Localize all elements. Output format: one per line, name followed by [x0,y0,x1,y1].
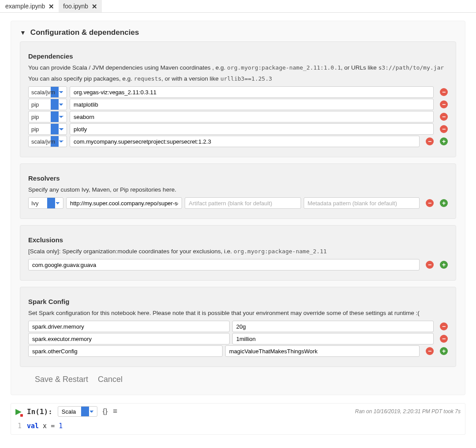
exclusion-row: − + [28,259,448,270]
spark-value-input[interactable] [225,345,420,357]
resolvers-title: Resolvers [28,174,448,182]
dependency-value-input[interactable] [70,111,434,122]
spark-config-title: Spark Config [28,298,448,305]
add-icon[interactable]: + [440,347,448,355]
tab-foo[interactable]: foo.ipynb ✕ [59,0,102,12]
remove-icon[interactable]: − [440,335,448,343]
dependencies-title: Dependencies [28,52,448,60]
spark-key-input[interactable] [28,333,230,344]
dependency-type-select[interactable]: scala/jvm [28,86,67,98]
triangle-down-icon: ▼ [20,29,26,36]
remove-icon[interactable]: − [426,199,434,207]
code-content: val x = 1 [27,422,63,430]
remove-icon[interactable]: − [426,347,434,355]
menu-icon[interactable]: ≡ [113,407,117,416]
code-editor[interactable]: 1 val x = 1 [11,419,465,434]
spark-row: − [28,333,448,344]
exclusions-desc: [Scala only]: Specify organization:modul… [28,248,448,255]
cell-toolbar: ▶ In(1): Scala {} ≡ Ran on 10/16/2019, 2… [11,404,465,419]
dependency-row: pip − [28,99,448,110]
cell-language-select[interactable]: Scala [58,406,97,417]
dependency-type-select[interactable]: pip [28,123,67,135]
dependency-row: scala/jvm − + [28,136,448,147]
dependencies-desc-1: You can provide Scala / JVM dependencies… [28,64,448,71]
dependency-value-input[interactable] [70,99,434,110]
remove-icon[interactable]: − [426,137,434,145]
config-action-row: Save & Restart Cancel [34,373,456,386]
spark-value-input[interactable] [232,333,434,344]
dependencies-panel: Dependencies You can provide Scala / JVM… [20,41,456,157]
resolvers-desc: Specify any custom Ivy, Maven, or Pip re… [28,186,448,193]
close-icon[interactable]: ✕ [92,3,97,10]
resolver-type-select[interactable]: Ivy [28,197,63,209]
remove-icon[interactable]: − [440,125,448,133]
dependencies-desc-2: You can also specify pip packages, e.g. … [28,75,448,82]
dependency-value-input[interactable] [70,86,434,98]
spark-value-input[interactable] [232,321,434,332]
save-restart-button[interactable]: Save & Restart [34,373,89,386]
resolvers-panel: Resolvers Specify any custom Ivy, Maven,… [20,163,456,219]
dependency-value-input[interactable] [70,136,420,147]
tab-bar: example.ipynb ✕ foo.ipynb ✕ [0,0,476,13]
config-header[interactable]: ▼ Configuration & dependencies [20,26,456,41]
close-icon[interactable]: ✕ [48,3,54,10]
tab-label: foo.ipynb [63,3,88,10]
tab-example[interactable]: example.ipynb ✕ [1,0,59,12]
line-number: 1 [15,422,22,430]
resolver-artifact-pattern-input[interactable] [185,197,301,209]
resolver-row: Ivy − + [28,197,448,209]
run-icon[interactable]: ▶ [15,407,22,416]
braces-icon[interactable]: {} [103,407,108,416]
dependency-row: scala/jvm − [28,86,448,98]
config-title: Configuration & dependencies [30,28,139,37]
remove-icon[interactable]: − [440,88,448,96]
remove-icon[interactable]: − [426,261,434,269]
add-icon[interactable]: + [440,261,448,269]
cancel-button[interactable]: Cancel [97,373,123,386]
remove-icon[interactable]: − [440,113,448,121]
add-icon[interactable]: + [440,199,448,207]
dependency-type-select[interactable]: scala/jvm [28,136,67,147]
dependency-row: pip − [28,123,448,135]
dependency-value-input[interactable] [70,123,434,135]
dependency-row: pip − [28,111,448,122]
add-icon[interactable]: + [440,137,448,145]
spark-row: − + [28,345,448,357]
remove-icon[interactable]: − [440,100,448,108]
exclusions-panel: Exclusions [Scala only]: Specify organiz… [20,225,456,281]
tab-label: example.ipynb [5,3,45,10]
remove-icon[interactable]: − [440,322,448,330]
config-panel: ▼ Configuration & dependencies Dependenc… [11,21,465,395]
spark-row: − [28,321,448,332]
code-cell: ▶ In(1): Scala {} ≡ Ran on 10/16/2019, 2… [11,403,465,435]
resolver-url-input[interactable] [66,197,182,209]
dependency-type-select[interactable]: pip [28,111,67,122]
exclusions-title: Exclusions [28,236,448,244]
spark-config-panel: Spark Config Set Spark configuration for… [20,287,456,367]
resolver-metadata-pattern-input[interactable] [304,197,420,209]
exclusion-input[interactable] [28,259,420,270]
spark-key-input[interactable] [28,345,223,357]
dependency-type-select[interactable]: pip [28,99,67,110]
spark-config-desc: Set Spark configuration for this noteboo… [28,310,448,316]
cell-in-label: In(1): [27,407,52,416]
spark-key-input[interactable] [28,321,230,332]
cell-status: Ran on 10/16/2019, 2:20:31 PM PDT took 7… [355,408,461,415]
